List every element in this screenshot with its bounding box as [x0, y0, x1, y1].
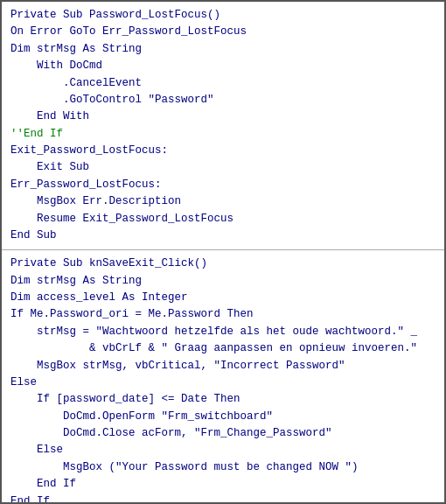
- code-line: End Sub: [10, 228, 436, 244]
- code-line: Else: [10, 442, 436, 458]
- code-line: Resume Exit_Password_LostFocus: [10, 211, 436, 228]
- code-block-1: Private Sub Password_LostFocus()On Error…: [2, 2, 444, 249]
- code-line: If Me.Password_ori = Me.Password Then: [10, 306, 436, 323]
- code-line: MsgBox ("Your Password must be changed N…: [10, 459, 436, 476]
- code-line: strMsg = "Wachtwoord hetzelfde als het o…: [10, 324, 436, 340]
- code-line: Dim strMsg As String: [10, 273, 436, 290]
- code-line: Dim access_level As Integer: [10, 290, 436, 306]
- code-line: On Error GoTo Err_Password_LostFocus: [10, 24, 436, 40]
- code-line: Private Sub knSaveExit_Click(): [10, 256, 436, 272]
- code-line: DoCmd.OpenForm "Frm_switchboard": [10, 409, 436, 425]
- code-line: With DoCmd: [10, 58, 436, 74]
- code-line: .CancelEvent: [10, 75, 436, 92]
- code-line: MsgBox strMsg, vbCritical, "Incorrect Pa…: [10, 358, 436, 374]
- code-line: DoCmd.Close acForm, "Frm_Change_Password…: [10, 425, 436, 442]
- code-line: Exit_Password_LostFocus:: [10, 143, 436, 159]
- code-line: Private Sub Password_LostFocus(): [10, 7, 436, 24]
- code-line: Err_Password_LostFocus:: [10, 177, 436, 193]
- code-block-2: Private Sub knSaveExit_Click()Dim strMsg…: [2, 250, 444, 504]
- code-line: End With: [10, 108, 436, 125]
- code-container: Private Sub Password_LostFocus()On Error…: [0, 0, 446, 504]
- code-line: .GoToControl "Password": [10, 92, 436, 108]
- code-line: MsgBox Err.Description: [10, 193, 436, 210]
- code-line: End If: [10, 494, 436, 505]
- code-line: If [password_date] <= Date Then: [10, 391, 436, 408]
- code-line: Else: [10, 374, 436, 391]
- code-line: & vbCrLf & " Graag aanpassen en opnieuw …: [10, 340, 436, 357]
- code-line: Dim strMsg As String: [10, 41, 436, 58]
- code-line: End If: [10, 476, 436, 493]
- code-line: ''End If: [10, 126, 436, 143]
- code-line: Exit Sub: [10, 159, 436, 176]
